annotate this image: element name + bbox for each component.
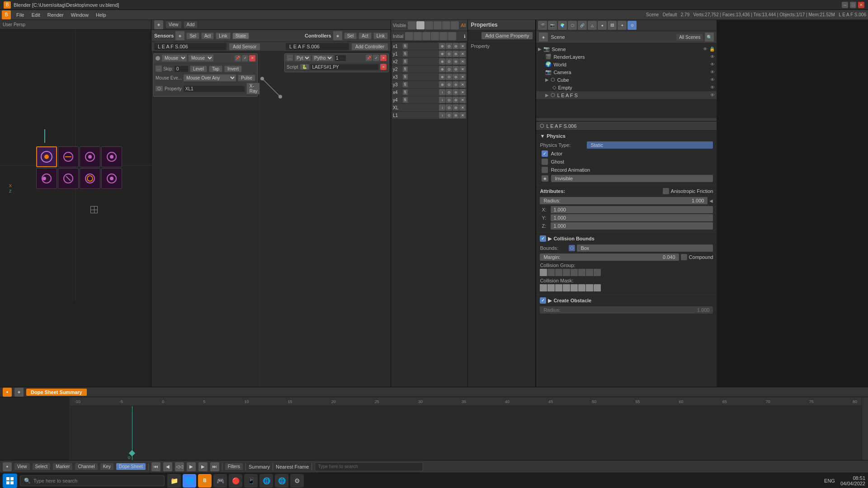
act-btn3-x4[interactable]: ⊖	[453, 89, 459, 95]
ds-prev-frame[interactable]: ◀	[163, 462, 172, 471]
logic-editor-icon[interactable]: ◈	[154, 20, 163, 29]
taskbar-app-blender[interactable]: B	[198, 474, 212, 488]
start-button[interactable]	[3, 474, 17, 488]
taskbar-app-explorer[interactable]: 📁	[167, 474, 181, 488]
outliner-row-renderlayers[interactable]: 🎬 RenderLayers 👁	[536, 53, 717, 61]
ds-select-menu[interactable]: Select	[33, 463, 51, 470]
vis-s2[interactable]	[416, 21, 425, 29]
ds-play-reverse[interactable]: ◁◁	[175, 462, 184, 471]
z-value[interactable]: 1.000	[551, 222, 713, 230]
ctrl-expand[interactable]: …	[287, 55, 293, 61]
act-btn4-y2[interactable]: ✕	[459, 66, 466, 72]
menu-window[interactable]: Window	[67, 11, 92, 19]
obstacle-expand[interactable]: ▶	[548, 298, 552, 304]
thumb-2[interactable]	[58, 146, 79, 167]
outliner-row-world[interactable]: 🌍 World 👁	[536, 61, 717, 68]
physics-expand-icon[interactable]: ▼	[540, 133, 545, 139]
sensors-state-btn[interactable]: State	[232, 33, 249, 39]
act-btn1-y3[interactable]: ⊕	[439, 81, 445, 88]
anisotropic-checkbox[interactable]	[663, 188, 669, 194]
ds-channel-menu[interactable]: Channel	[75, 463, 97, 470]
cm-cell-4[interactable]	[563, 284, 570, 291]
bounds-type[interactable]: Box	[577, 244, 713, 252]
cm-cell-6[interactable]	[578, 284, 585, 291]
prop-icon-object[interactable]: ⬡	[568, 21, 577, 30]
add-sensor-btn[interactable]: Add Sensor	[229, 43, 260, 50]
act-fi-x2[interactable]: fi	[403, 59, 408, 64]
close-button[interactable]: ✕	[858, 2, 864, 8]
cm-cell-2[interactable]	[547, 284, 555, 291]
act-btn1-x4[interactable]: i	[439, 89, 445, 95]
act-btn4-x4[interactable]: ✕	[459, 89, 466, 95]
act-btn3-y1[interactable]: ⊖	[453, 51, 459, 57]
outliner-row-camera[interactable]: 📷 Camera 👁	[536, 68, 717, 76]
prop-icon-world[interactable]: 🌍	[558, 21, 567, 30]
ctrl-script-input[interactable]	[311, 64, 378, 70]
cm-cell-8[interactable]	[594, 284, 601, 291]
mouse-eve-dropdown[interactable]: Mouse Over Any	[184, 75, 236, 81]
sensor-invert-btn[interactable]: Invert	[224, 66, 242, 72]
prop-icon-physics[interactable]: ⚙	[627, 21, 637, 30]
timeline-body[interactable]: 0	[70, 406, 862, 460]
act-btn3-l1[interactable]: ⊖	[453, 112, 459, 118]
sensor-level-btn[interactable]: Level	[190, 66, 207, 72]
sensor-type-dropdown[interactable]: Mouse	[162, 55, 187, 61]
prop-icon-render[interactable]: 🎬	[538, 21, 547, 30]
add-game-property-btn[interactable]: Add Game Property	[481, 32, 533, 39]
ghost-checkbox[interactable]	[542, 159, 548, 165]
act-btn3-x2[interactable]: ⊖	[453, 58, 459, 65]
outliner-row-empty[interactable]: ◇ Empty 👁	[536, 84, 717, 91]
taskbar-app-5[interactable]: 🔴	[229, 474, 242, 488]
thumb-3[interactable]	[80, 146, 100, 167]
ds-view-menu[interactable]: View	[14, 463, 30, 470]
act-btn3-x3[interactable]: ⊖	[453, 74, 459, 80]
invisible-label[interactable]: Invisible	[551, 175, 713, 182]
act-btn4-l1[interactable]: ✕	[459, 112, 466, 118]
act-btn2-y2[interactable]: ⊙	[446, 66, 452, 72]
ds-cam-icon[interactable]: ●	[3, 388, 12, 397]
sensors-act-btn[interactable]: Act	[201, 33, 214, 39]
act-btn4-y1[interactable]: ✕	[459, 51, 466, 57]
act-btn1-y1[interactable]: ⊕	[439, 51, 445, 57]
act-fi-y3[interactable]: fi	[403, 82, 408, 87]
cg-cell-7[interactable]	[586, 269, 593, 276]
init-s6[interactable]	[448, 32, 456, 40]
act-btn4-x1[interactable]: ✕	[459, 43, 466, 49]
menu-edit[interactable]: Edit	[28, 11, 44, 19]
menu-file[interactable]: File	[13, 11, 28, 19]
ctrl-toggle[interactable]: ◈	[333, 31, 342, 40]
sensor-name-dropdown[interactable]: Mouse	[189, 55, 213, 61]
menu-help[interactable]: Help	[92, 11, 110, 19]
collision-bounds-expand[interactable]: ▶	[548, 236, 552, 242]
ds-jump-end[interactable]: ⏭	[210, 462, 219, 471]
outliner-icon-btn[interactable]: ◈	[539, 33, 548, 42]
thumb-7[interactable]	[80, 168, 100, 189]
add-controller-btn[interactable]: Add Controller	[352, 43, 388, 50]
act-fi-y2[interactable]: fi	[403, 66, 408, 72]
cg-cell-1[interactable]	[540, 269, 547, 276]
cm-cell-1[interactable]	[540, 284, 547, 291]
cg-cell-4[interactable]	[563, 269, 570, 276]
act-btn4-x2[interactable]: ✕	[459, 58, 466, 65]
taskbar-app-4[interactable]: 🎮	[213, 474, 227, 488]
sensor-expand[interactable]: …	[156, 66, 162, 72]
act-fi-x4[interactable]: fi	[403, 89, 408, 95]
act-btn4-xl[interactable]: ✕	[459, 104, 466, 111]
search-field[interactable]: Type here to search	[315, 462, 423, 471]
act-btn2-y3[interactable]: ⊙	[446, 81, 452, 88]
minimize-button[interactable]: ─	[842, 2, 848, 8]
taskbar-app-8[interactable]: 🌐	[275, 474, 288, 488]
obstacle-checkbox[interactable]: ✓	[540, 297, 546, 304]
ctrl-script-close[interactable]: ✕	[380, 64, 387, 70]
viewport-canvas[interactable]: X Z	[0, 30, 151, 449]
ds-footer-icon[interactable]: ●	[3, 462, 12, 471]
outliner-row-scene[interactable]: ▶ 📷 Scene 👁 🔒	[536, 45, 717, 53]
act-btn2-x2[interactable]: ⊙	[446, 58, 452, 65]
thumb-8[interactable]	[101, 168, 122, 189]
sensors-link-btn[interactable]: Link	[216, 33, 230, 39]
cg-cell-2[interactable]	[547, 269, 555, 276]
act-btn3-y3[interactable]: ⊖	[453, 81, 459, 88]
y-value[interactable]: 1.000	[551, 214, 713, 221]
act-btn3-xl[interactable]: ⊖	[453, 104, 459, 111]
vis-s1[interactable]	[408, 21, 416, 29]
